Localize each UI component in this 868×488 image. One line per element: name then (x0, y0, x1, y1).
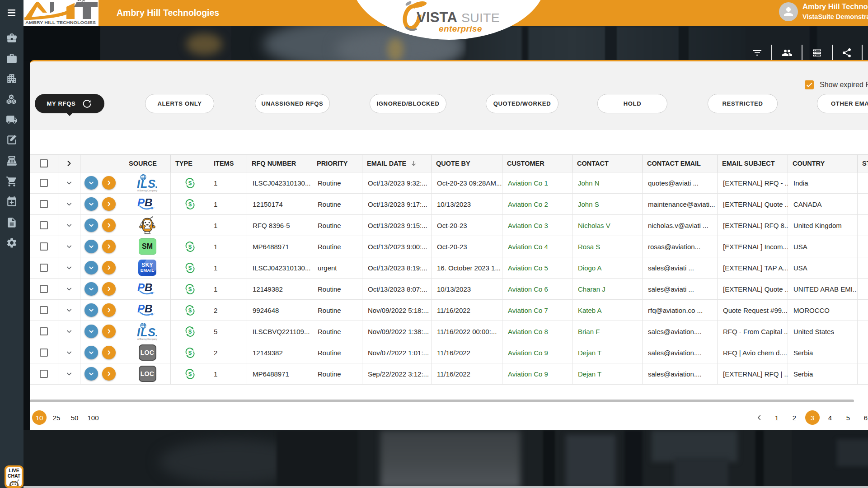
svg-text:$: $ (188, 179, 192, 186)
svg-text:$: $ (188, 328, 192, 335)
svg-text:ILS: ILS (137, 177, 156, 190)
svg-text:$: $ (188, 264, 192, 271)
svg-text:SUITE: SUITE (461, 10, 500, 25)
svg-text:$: $ (188, 349, 192, 356)
svg-text:$: $ (188, 243, 192, 250)
svg-text:$: $ (188, 370, 192, 377)
svg-text:$: $ (188, 200, 192, 207)
svg-text:$: $ (188, 307, 192, 313)
svg-text:enterprise: enterprise (439, 24, 482, 33)
svg-text:B: B (145, 197, 152, 209)
svg-text:A Boeing Company: A Boeing Company (137, 189, 158, 192)
svg-text:B: B (145, 303, 152, 315)
svg-text:B: B (145, 282, 152, 293)
svg-text:VISTA: VISTA (417, 9, 457, 25)
svg-text:A Boeing Company: A Boeing Company (137, 338, 158, 340)
svg-text:AMBRY HILL TECHNOLOGIES: AMBRY HILL TECHNOLOGIES (25, 20, 96, 25)
svg-text:$: $ (188, 285, 192, 292)
svg-text:ILS: ILS (137, 326, 156, 339)
